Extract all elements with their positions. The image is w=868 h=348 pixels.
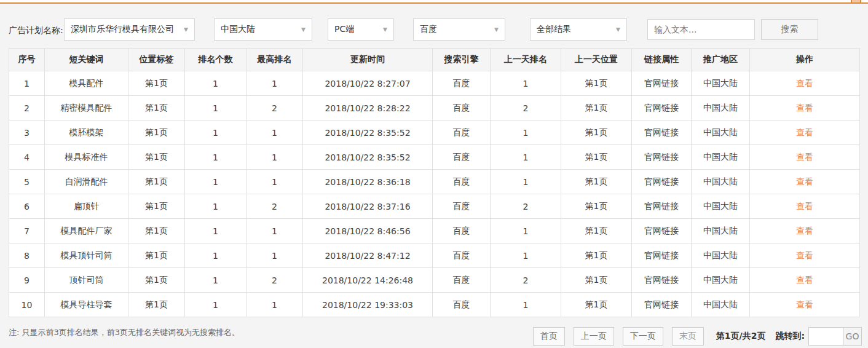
cell-link-attr: 官网链接 bbox=[632, 194, 692, 219]
result-type-select-value: 全部结果 bbox=[537, 24, 571, 35]
view-link[interactable]: 查看 bbox=[796, 103, 813, 113]
cell-rank-count: 1 bbox=[185, 96, 247, 121]
col-header-prev-rank: 上一天排名 bbox=[491, 49, 561, 71]
cell-prev-rank: 1 bbox=[491, 71, 561, 96]
view-link[interactable]: 查看 bbox=[796, 176, 813, 186]
result-type-select[interactable]: 全部结果 ▼ bbox=[530, 18, 627, 41]
last-page-button[interactable]: 末页 bbox=[672, 327, 704, 346]
go-button[interactable]: GO bbox=[843, 327, 862, 346]
cell-index: 9 bbox=[9, 268, 45, 293]
cell-region: 中国大陆 bbox=[692, 71, 750, 96]
search-button[interactable]: 搜索 bbox=[761, 19, 818, 40]
region-select-value: 中国大陆 bbox=[221, 24, 255, 35]
cell-keyword: 自润滑配件 bbox=[45, 170, 128, 194]
cell-link-attr: 官网链接 bbox=[632, 121, 692, 145]
cell-position: 第1页 bbox=[128, 219, 185, 243]
view-link[interactable]: 查看 bbox=[796, 250, 813, 260]
cell-region: 中国大陆 bbox=[692, 293, 750, 317]
cell-updated: 2018/10/22 8:46:56 bbox=[303, 219, 433, 243]
cell-best-rank: 1 bbox=[247, 145, 303, 170]
cell-region: 中国大陆 bbox=[692, 194, 750, 219]
cell-updated: 2018/10/22 8:28:22 bbox=[303, 96, 433, 121]
view-link[interactable]: 查看 bbox=[796, 299, 813, 309]
jump-page-input[interactable] bbox=[808, 327, 843, 346]
pagination: 首页 上一页 下一页 末页 第1页/共2页 跳转到: GO bbox=[533, 327, 862, 346]
cell-rank-count: 1 bbox=[185, 268, 247, 293]
cell-index: 5 bbox=[9, 170, 45, 194]
cell-engine: 百度 bbox=[433, 243, 491, 268]
keyword-rank-table: 序号 短关键词 位置标签 排名个数 最高排名 更新时间 搜索引擎 上一天排名 上… bbox=[9, 48, 860, 317]
cell-engine: 百度 bbox=[433, 293, 491, 317]
cell-prev-position: 第1页 bbox=[561, 170, 632, 194]
device-select[interactable]: PC端 ▼ bbox=[328, 18, 394, 41]
cell-position: 第1页 bbox=[128, 145, 185, 170]
cell-prev-rank: 2 bbox=[491, 268, 561, 293]
cell-position: 第1页 bbox=[128, 170, 185, 194]
cell-engine: 百度 bbox=[433, 219, 491, 243]
table-row: 6 扁顶针 第1页 1 2 2018/10/22 8:37:16 百度 2 第1… bbox=[9, 194, 860, 219]
cell-prev-rank: 1 bbox=[491, 145, 561, 170]
search-input[interactable] bbox=[647, 19, 755, 40]
chevron-down-icon: ▼ bbox=[494, 26, 499, 33]
view-link[interactable]: 查看 bbox=[796, 78, 813, 88]
cell-prev-position: 第1页 bbox=[561, 243, 632, 268]
view-link[interactable]: 查看 bbox=[796, 226, 813, 235]
chevron-down-icon: ▼ bbox=[383, 26, 387, 33]
cell-updated: 2018/10/22 8:47:12 bbox=[303, 243, 433, 268]
cell-rank-count: 1 bbox=[185, 243, 247, 268]
cell-region: 中国大陆 bbox=[692, 219, 750, 243]
cell-rank-count: 1 bbox=[185, 219, 247, 243]
col-header-keyword: 短关键词 bbox=[45, 49, 128, 71]
cell-position: 第1页 bbox=[128, 243, 185, 268]
cell-prev-position: 第1页 bbox=[561, 96, 632, 121]
col-header-link-attr: 链接属性 bbox=[632, 49, 692, 71]
engine-select[interactable]: 百度 ▼ bbox=[413, 18, 505, 41]
cell-best-rank: 1 bbox=[247, 71, 303, 96]
cell-rank-count: 1 bbox=[185, 194, 247, 219]
cell-keyword: 顶针司筒 bbox=[45, 268, 128, 293]
cell-index: 7 bbox=[9, 219, 45, 243]
prev-page-button[interactable]: 上一页 bbox=[574, 327, 614, 346]
page-info: 第1页/共2页 bbox=[716, 331, 766, 342]
cell-index: 6 bbox=[9, 194, 45, 219]
cell-index: 10 bbox=[9, 293, 45, 317]
col-header-engine: 搜索引擎 bbox=[433, 49, 491, 71]
cell-keyword: 扁顶针 bbox=[45, 194, 128, 219]
cell-link-attr: 官网链接 bbox=[632, 243, 692, 268]
cell-rank-count: 1 bbox=[185, 170, 247, 194]
cell-link-attr: 官网链接 bbox=[632, 145, 692, 170]
cell-engine: 百度 bbox=[433, 121, 491, 145]
cell-prev-position: 第1页 bbox=[561, 71, 632, 96]
cell-action: 查看 bbox=[750, 243, 860, 268]
cell-prev-position: 第1页 bbox=[561, 121, 632, 145]
first-page-button[interactable]: 首页 bbox=[533, 327, 565, 346]
cell-action: 查看 bbox=[750, 219, 860, 243]
cell-updated: 2018/10/22 8:37:16 bbox=[303, 194, 433, 219]
view-link[interactable]: 查看 bbox=[796, 127, 813, 137]
cell-best-rank: 2 bbox=[247, 268, 303, 293]
cell-region: 中国大陆 bbox=[692, 243, 750, 268]
cell-best-rank: 1 bbox=[247, 170, 303, 194]
cell-engine: 百度 bbox=[433, 96, 491, 121]
filter-bar: 广告计划名称: 深圳市乐华行模具有限公司 ▼ 中国大陆 ▼ PC端 ▼ 百度 ▼… bbox=[0, 4, 868, 48]
plan-name-select[interactable]: 深圳市乐华行模具有限公司 ▼ bbox=[64, 18, 195, 41]
cell-index: 8 bbox=[9, 243, 45, 268]
region-select[interactable]: 中国大陆 ▼ bbox=[214, 18, 312, 41]
next-page-button[interactable]: 下一页 bbox=[623, 327, 663, 346]
cell-action: 查看 bbox=[750, 194, 860, 219]
table-header: 序号 短关键词 位置标签 排名个数 最高排名 更新时间 搜索引擎 上一天排名 上… bbox=[9, 49, 860, 71]
device-select-value: PC端 bbox=[334, 24, 354, 35]
cell-keyword: 模具标准件 bbox=[45, 145, 128, 170]
footer-note: 注: 只显示前3页排名结果，前3页无排名关键词视为无搜索排名。 bbox=[9, 327, 240, 338]
cell-rank-count: 1 bbox=[185, 121, 247, 145]
cell-region: 中国大陆 bbox=[692, 145, 750, 170]
cell-updated: 2018/10/22 8:27:07 bbox=[303, 71, 433, 96]
cell-best-rank: 1 bbox=[247, 243, 303, 268]
cell-updated: 2018/10/22 19:33:03 bbox=[303, 293, 433, 317]
cell-link-attr: 官网链接 bbox=[632, 170, 692, 194]
col-header-action: 操作 bbox=[750, 49, 860, 71]
view-link[interactable]: 查看 bbox=[796, 152, 813, 162]
cell-action: 查看 bbox=[750, 121, 860, 145]
view-link[interactable]: 查看 bbox=[796, 275, 813, 285]
view-link[interactable]: 查看 bbox=[796, 201, 813, 211]
